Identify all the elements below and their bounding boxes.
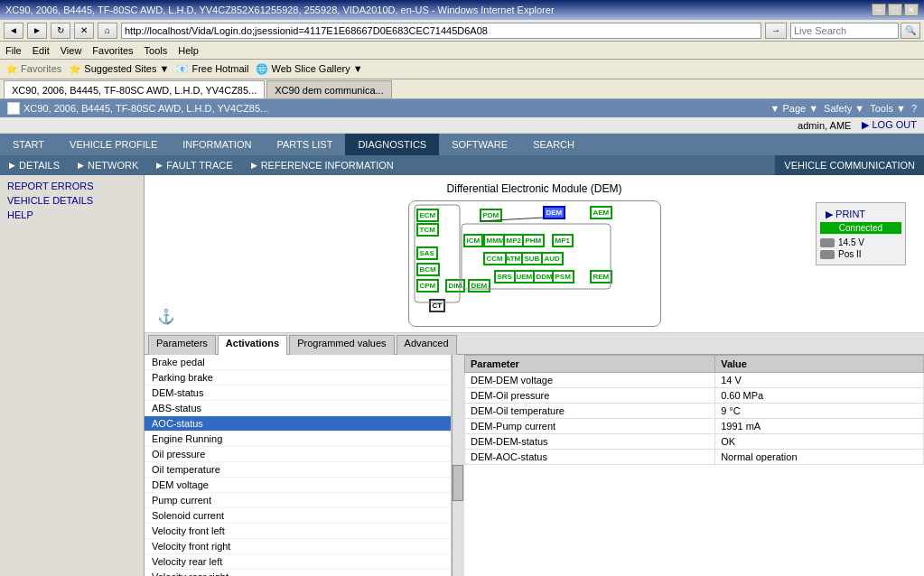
back-button[interactable]: ◄ (4, 23, 23, 39)
maximize-button[interactable]: □ (888, 4, 902, 16)
diagram-area: Differential Electronic Module (DEM) ECM… (145, 175, 924, 333)
module-pdm[interactable]: PDM (480, 209, 503, 222)
menu-file[interactable]: File (5, 45, 22, 56)
module-srs[interactable]: SRS (494, 270, 516, 283)
module-aud[interactable]: AUD (541, 252, 564, 265)
param-item-aoc-status[interactable]: AOC-status (145, 416, 451, 432)
param-item-oil-pressure[interactable]: Oil pressure (145, 447, 451, 462)
free-hotmail[interactable]: 📧 Free Hotmail (176, 63, 248, 75)
param-value: 1991 mA (715, 419, 924, 434)
diagram-title: Differential Electronic Module (DEM) (152, 182, 917, 195)
param-item-parking-brake[interactable]: Parking brake (145, 370, 451, 386)
suggested-sites[interactable]: ⭐ Suggested Sites ▼ (69, 63, 169, 75)
stop-button[interactable]: ✕ (74, 23, 94, 39)
menu-help[interactable]: Help (178, 45, 199, 56)
anchor-icon[interactable]: ⚓ (157, 308, 175, 325)
module-dim[interactable]: DIM (445, 279, 466, 293)
go-button[interactable]: → (765, 23, 787, 39)
menu-edit[interactable]: Edit (33, 45, 50, 56)
home-button[interactable]: ⌂ (98, 23, 117, 39)
param-item-engine-running[interactable]: Engine Running (145, 432, 451, 447)
params-content: Brake pedal Parking brake DEM-status ABS… (145, 355, 924, 576)
nav-menu: START VEHICLE PROFILE INFORMATION PARTS … (0, 134, 924, 155)
car-icon (820, 238, 835, 247)
param-item-velocity-rl[interactable]: Velocity rear left (145, 554, 451, 570)
param-name: DEM-DEM voltage (465, 373, 715, 388)
nav-information[interactable]: INFORMATION (170, 134, 264, 155)
module-icm[interactable]: ICM (463, 234, 484, 247)
subnav-reference-info[interactable]: ▶REFERENCE INFORMATION (242, 155, 403, 175)
module-rem[interactable]: REM (590, 270, 613, 283)
module-tcm[interactable]: TCM (416, 223, 439, 237)
menu-view[interactable]: View (61, 45, 82, 56)
forward-button[interactable]: ► (27, 23, 47, 39)
subnav-network[interactable]: ▶NETWORK (69, 155, 147, 175)
tab-info: XC90, 2006, B4445, TF-80SC AWD, L.H.D, Y… (7, 102, 268, 115)
module-sas[interactable]: SAS (416, 246, 438, 260)
tab-activations[interactable]: Activations (218, 335, 287, 355)
address-bar[interactable] (121, 23, 761, 39)
menu-tools[interactable]: Tools (145, 45, 168, 56)
module-cpm[interactable]: CPM (416, 279, 440, 293)
param-values: Parameter Value DEM-DEM voltage 14 V (464, 355, 924, 576)
app-top-bar: XC90, 2006, B4445, TF-80SC AWD, L.H.D, Y… (0, 99, 924, 117)
nav-search[interactable]: SEARCH (520, 134, 587, 155)
page-button[interactable]: ▼ Page ▼ (770, 103, 819, 114)
module-dem-main[interactable]: DEM (543, 206, 566, 219)
nav-parts-list[interactable]: PARTS LIST (264, 134, 345, 155)
param-item-dem-status[interactable]: DEM-status (145, 386, 451, 401)
browser-tab-main[interactable]: XC90, 2006, B4445, TF-80SC AWD, L.H.D, Y… (4, 80, 265, 98)
module-psm[interactable]: PSM (552, 270, 574, 283)
param-item-dem-voltage[interactable]: DEM voltage (145, 478, 451, 493)
param-item-velocity-rr[interactable]: Velocity rear right (145, 570, 451, 576)
minimize-button[interactable]: ─ (872, 4, 886, 16)
module-dem-lower[interactable]: DEM (468, 279, 491, 293)
browser-tab-dem[interactable]: XC90 dem communica... (266, 80, 391, 98)
refresh-button[interactable]: ↻ (51, 23, 70, 39)
sidebar-vehicle-details[interactable]: VEHICLE DETAILS (0, 193, 144, 208)
module-aem[interactable]: AEM (590, 206, 613, 219)
param-item-velocity-fr[interactable]: Velocity front right (145, 539, 451, 554)
param-item-solenoid-current[interactable]: Solenoid current (145, 508, 451, 524)
module-bcm[interactable]: BCM (416, 263, 440, 276)
subnav-fault-trace[interactable]: ▶FAULT TRACE (147, 155, 241, 175)
param-scrollbar[interactable] (452, 355, 464, 576)
nav-vehicle-profile[interactable]: VEHICLE PROFILE (57, 134, 170, 155)
param-item-pump-current[interactable]: Pump current (145, 493, 451, 508)
param-item-brake-pedal[interactable]: Brake pedal (145, 355, 451, 370)
subnav-details[interactable]: ▶DETAILS (0, 155, 69, 175)
sidebar-report-errors[interactable]: REPORT ERRORS (0, 179, 144, 193)
param-tabs: Parameters Activations Programmed values… (145, 333, 924, 355)
print-button[interactable]: ▶ PRINT (820, 207, 871, 222)
module-ecm[interactable]: ECM (416, 209, 440, 222)
nav-start[interactable]: START (0, 134, 57, 155)
tab-programmed-values[interactable]: Programmed values (289, 335, 394, 355)
module-ccm[interactable]: CCM (483, 252, 507, 265)
param-item-abs-status[interactable]: ABS-status (145, 401, 451, 416)
module-phm[interactable]: PHM (522, 234, 546, 247)
dem-diagram[interactable]: ECM TCM SAS BCM CPM DIM DEM PDM DEM AEM … (408, 200, 661, 327)
nav-software[interactable]: SOFTWARE (439, 134, 520, 155)
scrollbar-thumb[interactable] (453, 465, 463, 501)
param-item-oil-temperature[interactable]: Oil temperature (145, 462, 451, 478)
param-item-velocity-fl[interactable]: Velocity front left (145, 524, 451, 539)
close-button[interactable]: ✕ (904, 4, 919, 16)
module-mp1[interactable]: MP1 (552, 234, 574, 247)
module-ct[interactable]: CT (429, 299, 446, 312)
subnav-vehicle-comm[interactable]: VEHICLE COMMUNICATION (775, 155, 924, 175)
page-icon (7, 102, 20, 115)
help-button[interactable]: ? (911, 103, 917, 114)
title-text: XC90, 2006, B4445, TF-80SC AWD, L.H.D, Y… (5, 5, 555, 15)
favorites-bar: ⭐ Favorites ⭐ Suggested Sites ▼ 📧 Free H… (0, 60, 924, 79)
menu-favorites[interactable]: Favorites (92, 45, 133, 56)
logout-link[interactable]: ▶ LOG OUT (862, 119, 917, 131)
web-slice-gallery[interactable]: 🌐 Web Slice Gallery ▼ (256, 63, 362, 75)
tools-button[interactable]: Tools ▼ (870, 103, 906, 114)
nav-diagnostics[interactable]: DIAGNOSTICS (345, 134, 439, 155)
search-button[interactable]: 🔍 (901, 23, 920, 39)
tab-advanced[interactable]: Advanced (397, 335, 457, 355)
sidebar-help[interactable]: HELP (0, 208, 144, 222)
tab-parameters[interactable]: Parameters (148, 335, 216, 355)
search-input[interactable] (790, 23, 899, 39)
safety-button[interactable]: Safety ▼ (824, 103, 864, 114)
